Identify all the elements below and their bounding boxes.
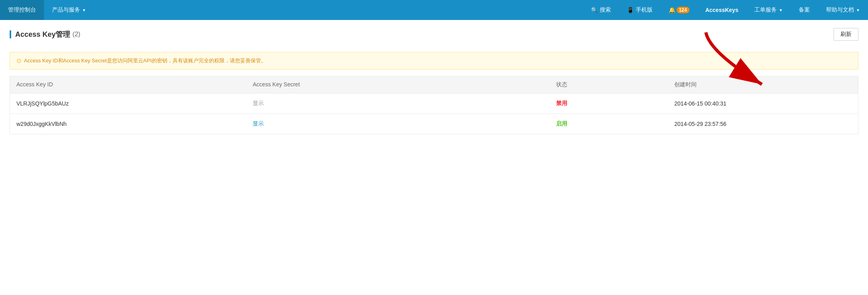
table-row: w29d0JxggKkVlbNh 显示 启用 2014-05-29 23:57:… [10, 114, 858, 134]
nav-mobile[interactable]: 📱 手机版 [619, 0, 661, 20]
page-title: Access Key管理 (2) [10, 30, 80, 39]
warning-banner: ⊙ Access Key ID和Access Key Secret是您访问阿里云… [10, 52, 858, 70]
nav-products[interactable]: 产品与服务 ▼ [44, 0, 94, 20]
mobile-icon: 📱 [627, 7, 634, 13]
nav-notifications[interactable]: 🔔 124 [661, 0, 697, 20]
bell-icon: 🔔 [669, 7, 675, 13]
search-icon: 🔍 [591, 7, 598, 13]
key-id-2: w29d0JxggKkVlbNh [16, 121, 253, 127]
nav-access-keys[interactable]: AccessKeys [697, 0, 747, 20]
created-2: 2014-05-29 23:57:56 [674, 121, 852, 127]
nav-right: 🔍 搜索 📱 手机版 🔔 124 AccessKeys 工单服务 ▼ 备案 帮助… [583, 0, 868, 20]
header-status: 状态 [548, 81, 674, 88]
warning-text: Access Key ID和Access Key Secret是您访问阿里云AP… [24, 57, 266, 64]
status-badge-2: 启用 [556, 120, 567, 127]
nav-beian[interactable]: 备案 [791, 0, 818, 20]
help-arrow-icon: ▼ [856, 8, 860, 12]
access-key-table: Access Key ID Access Key Secret 状态 创建时间 … [10, 76, 858, 134]
nav-tickets[interactable]: 工单服务 ▼ [746, 0, 791, 20]
show-text-1: 显示 [253, 100, 264, 106]
show-link-2[interactable]: 显示 [253, 120, 264, 127]
created-1: 2014-06-15 00:40:31 [674, 100, 852, 107]
nav-brand[interactable]: 管理控制台 [0, 0, 44, 20]
status-2: 启用 [548, 120, 674, 128]
nav-help[interactable]: 帮助与文档 ▼ [818, 0, 868, 20]
page-content: Access Key管理 (2) 刷新 ⊙ Access Key ID和Acce… [0, 20, 868, 295]
products-arrow-icon: ▼ [82, 8, 86, 12]
page-count: (2) [72, 31, 80, 38]
nav-search[interactable]: 🔍 搜索 [583, 0, 619, 20]
key-id-1: VLRJjSQYlpG5bAUz [16, 100, 253, 107]
refresh-button[interactable]: 刷新 [834, 28, 858, 41]
header-created: 创建时间 [674, 81, 852, 88]
tickets-arrow-icon: ▼ [779, 8, 783, 12]
top-navigation: 管理控制台 产品与服务 ▼ 🔍 搜索 📱 手机版 🔔 124 AccessKey… [0, 0, 868, 20]
table-row: VLRJjSQYlpG5bAUz 显示 禁用 2014-06-15 00:40:… [10, 94, 858, 114]
table-header: Access Key ID Access Key Secret 状态 创建时间 [10, 76, 858, 94]
notification-badge: 124 [677, 7, 689, 13]
warning-icon: ⊙ [16, 57, 22, 64]
key-secret-1: 显示 [253, 100, 548, 107]
header-key-id: Access Key ID [16, 81, 253, 88]
page-title-bar: Access Key管理 (2) 刷新 [10, 28, 858, 46]
status-1: 禁用 [548, 100, 674, 107]
key-secret-2: 显示 [253, 120, 548, 128]
status-badge-1: 禁用 [556, 100, 567, 106]
header-key-secret: Access Key Secret [253, 81, 548, 88]
